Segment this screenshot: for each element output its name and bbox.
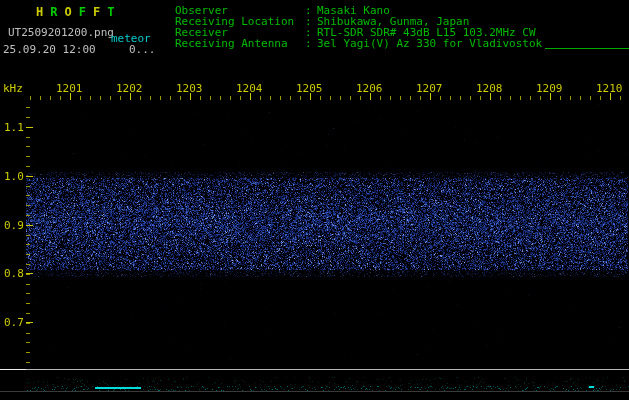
y-minor-tick bbox=[26, 166, 30, 167]
y-tick-label: 1.1 bbox=[4, 121, 24, 134]
y-minor-tick bbox=[26, 107, 30, 108]
y-minor-tick bbox=[26, 303, 30, 304]
meteor-tag-label: meteor bbox=[111, 32, 151, 45]
y-minor-tick bbox=[26, 323, 30, 324]
y-tick-label: 0.7 bbox=[4, 316, 24, 329]
y-minor-tick bbox=[26, 362, 30, 363]
y-minor-tick bbox=[26, 333, 30, 334]
y-major-tick bbox=[26, 225, 33, 226]
y-minor-tick bbox=[26, 117, 30, 118]
y-minor-tick bbox=[26, 146, 30, 147]
y-minor-tick bbox=[26, 244, 30, 245]
y-minor-tick bbox=[26, 264, 30, 265]
y-minor-tick bbox=[26, 205, 30, 206]
y-major-tick bbox=[26, 322, 33, 323]
y-minor-tick bbox=[26, 215, 30, 216]
y-major-tick bbox=[26, 273, 33, 274]
y-tick-label: 1.0 bbox=[4, 170, 24, 183]
y-tick-label: 0.8 bbox=[4, 267, 24, 280]
y-minor-tick bbox=[26, 137, 30, 138]
y-minor-tick bbox=[26, 284, 30, 285]
y-tick-label: 0.9 bbox=[4, 219, 24, 232]
y-major-tick bbox=[26, 176, 33, 177]
y-axis: 1.11.00.90.80.7 bbox=[0, 0, 629, 400]
y-minor-tick bbox=[26, 293, 30, 294]
y-minor-tick bbox=[26, 156, 30, 157]
y-minor-tick bbox=[26, 235, 30, 236]
hrofft-window: HROFFT UT2509201200.png meteor 25.09.20 … bbox=[0, 0, 629, 400]
y-minor-tick bbox=[26, 254, 30, 255]
y-major-tick bbox=[26, 127, 33, 128]
y-minor-tick bbox=[26, 352, 30, 353]
y-minor-tick bbox=[26, 313, 30, 314]
y-minor-tick bbox=[26, 274, 30, 275]
y-minor-tick bbox=[26, 186, 30, 187]
y-minor-tick bbox=[26, 195, 30, 196]
y-minor-tick bbox=[26, 342, 30, 343]
